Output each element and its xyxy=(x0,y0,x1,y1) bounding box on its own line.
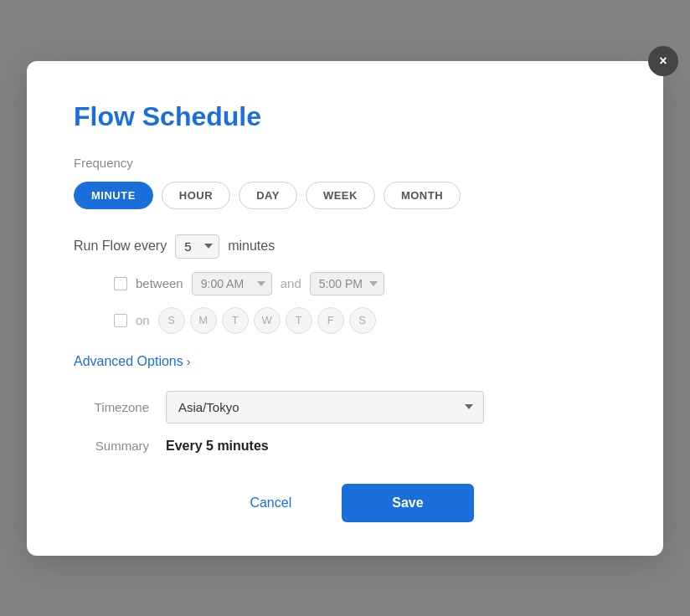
on-label: on xyxy=(136,313,150,327)
chevron-right-icon: › xyxy=(187,355,191,368)
between-label: between xyxy=(136,276,183,290)
freq-week-button[interactable]: WEEK xyxy=(306,182,375,209)
day-thursday[interactable]: T xyxy=(286,307,312,334)
day-friday[interactable]: F xyxy=(317,307,344,334)
day-wednesday[interactable]: W xyxy=(254,307,281,334)
on-row: on S M T W T F S xyxy=(114,307,616,334)
advanced-options-link[interactable]: Advanced Options › xyxy=(74,354,616,369)
summary-label: Summary xyxy=(74,439,149,453)
sub-options: between 9:00 AM 10:00 AM 12:00 PM and 5:… xyxy=(114,272,616,334)
between-checkbox[interactable] xyxy=(114,277,127,290)
advanced-options-label: Advanced Options xyxy=(74,354,183,369)
and-label: and xyxy=(281,276,301,290)
freq-minute-button[interactable]: MINUTE xyxy=(74,182,153,209)
day-tuesday[interactable]: T xyxy=(222,307,249,334)
between-row: between 9:00 AM 10:00 AM 12:00 PM and 5:… xyxy=(114,272,616,295)
modal-overlay: × Flow Schedule Frequency MINUTE HOUR DA… xyxy=(0,0,690,616)
summary-value: Every 5 minutes xyxy=(166,439,269,454)
start-time-select[interactable]: 9:00 AM 10:00 AM 12:00 PM xyxy=(192,272,272,295)
close-button[interactable]: × xyxy=(648,46,678,76)
day-chips: S M T W T F S xyxy=(158,307,376,334)
interval-select[interactable]: 1 2 5 10 15 20 30 xyxy=(175,234,219,259)
frequency-selector: MINUTE HOUR DAY WEEK MONTH xyxy=(74,182,616,209)
run-flow-label: Run Flow every xyxy=(74,239,167,254)
modal-dialog: × Flow Schedule Frequency MINUTE HOUR DA… xyxy=(27,61,663,556)
frequency-label: Frequency xyxy=(74,156,616,170)
timezone-label: Timezone xyxy=(74,400,149,414)
run-flow-row: Run Flow every 1 2 5 10 15 20 30 minutes xyxy=(74,234,616,259)
on-checkbox[interactable] xyxy=(114,314,127,327)
freq-month-button[interactable]: MONTH xyxy=(384,182,461,209)
freq-day-button[interactable]: DAY xyxy=(239,182,297,209)
unit-label: minutes xyxy=(228,239,275,254)
day-sunday[interactable]: S xyxy=(158,307,185,334)
modal-title: Flow Schedule xyxy=(74,101,616,132)
timezone-select[interactable]: Asia/Tokyo America/New_York America/Los_… xyxy=(166,391,484,424)
day-monday[interactable]: M xyxy=(190,307,217,334)
end-time-select[interactable]: 5:00 PM 6:00 PM 8:00 PM xyxy=(310,272,384,295)
cancel-button[interactable]: Cancel xyxy=(216,484,325,522)
day-saturday[interactable]: S xyxy=(349,307,376,334)
timezone-row: Timezone Asia/Tokyo America/New_York Ame… xyxy=(74,391,616,424)
save-button[interactable]: Save xyxy=(342,484,473,522)
summary-row: Summary Every 5 minutes xyxy=(74,439,616,454)
footer-actions: Cancel Save xyxy=(74,484,616,522)
freq-hour-button[interactable]: HOUR xyxy=(162,182,230,209)
